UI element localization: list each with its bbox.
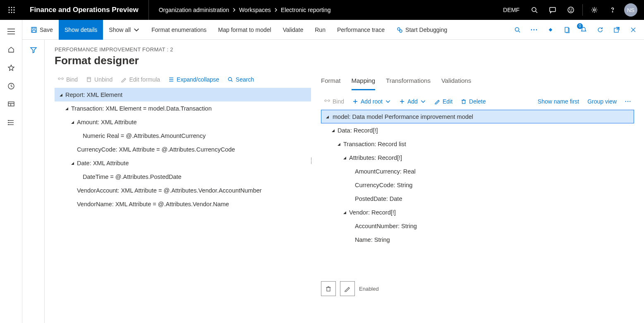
divider [582, 4, 583, 16]
expand-icon[interactable]: ◢ [335, 142, 342, 146]
search-button[interactable]: Search [224, 75, 257, 84]
close-icon[interactable] [625, 22, 642, 38]
app-launcher-icon[interactable] [3, 0, 20, 20]
tree-row[interactable]: ◢Amount: XML Attribute [55, 115, 311, 129]
home-icon[interactable] [1, 41, 21, 58]
show-details-button[interactable]: Show details [59, 20, 103, 40]
tree-label: Date: XML Attribute [76, 160, 129, 166]
tab-validations[interactable]: Validations [441, 75, 471, 90]
tree-row[interactable]: CurrencyCode: XML Attribute = @.Attribut… [55, 142, 311, 156]
svg-rect-21 [8, 102, 14, 106]
tree-row[interactable]: Name: String [321, 233, 634, 246]
tree-row[interactable]: PostedDate: Date [321, 192, 634, 205]
avatar[interactable]: NS [624, 3, 637, 17]
edit-bottom-button[interactable] [340, 281, 355, 296]
run-button[interactable]: Run [309, 20, 331, 40]
more-icon[interactable] [526, 22, 542, 38]
add-root-button[interactable]: Add root [349, 96, 394, 106]
expand-icon[interactable]: ◢ [329, 128, 337, 133]
attachment-icon[interactable] [559, 22, 575, 38]
tree-row[interactable]: ◢Transaction: XML Element = model.Data.T… [55, 101, 311, 115]
svg-point-1 [11, 7, 12, 8]
expand-icon[interactable]: ◢ [69, 161, 76, 165]
breadcrumb-item[interactable]: Workspaces [239, 7, 271, 13]
smiley-icon[interactable] [563, 0, 579, 20]
tree-row[interactable]: Numeric Real = @.Attributes.AmountCurren… [55, 129, 311, 142]
expand-icon[interactable]: ◢ [69, 120, 76, 124]
modules-icon[interactable] [1, 114, 21, 131]
tree-row[interactable]: AmountCurrency: Real [321, 164, 634, 178]
tree-row[interactable]: ◢Date: XML Attribute [55, 156, 311, 170]
start-debugging-button[interactable]: Start Debugging [390, 20, 453, 40]
search-icon[interactable] [526, 0, 543, 20]
filter-icon[interactable] [30, 46, 37, 323]
split-handle[interactable] [311, 157, 313, 164]
format-tree[interactable]: ◢Report: XML Element◢Transaction: XML El… [55, 88, 311, 211]
expand-icon[interactable]: ◢ [341, 156, 348, 160]
show-all-button[interactable]: Show all [103, 20, 146, 40]
validate-button[interactable]: Validate [277, 20, 309, 40]
mapping-tree[interactable]: ◢model: Data model Performance improveme… [321, 110, 634, 246]
workspace-icon[interactable] [1, 96, 21, 113]
tree-row[interactable]: ◢Attributes: Record[!] [321, 151, 634, 164]
diamond-icon[interactable] [542, 22, 559, 38]
svg-point-38 [534, 29, 535, 30]
tree-label: Name: String [354, 236, 390, 243]
refresh-icon[interactable] [592, 22, 608, 38]
right-tabs: Format Mapping Transformations Validatio… [321, 75, 634, 91]
map-format-button[interactable]: Map format to model [212, 20, 277, 40]
tree-row[interactable]: ◢Transaction: Record list [321, 137, 634, 151]
more-right-icon[interactable] [622, 97, 634, 106]
company-label[interactable]: DEMF [498, 7, 524, 13]
tree-row[interactable]: ◢model: Data model Performance improveme… [321, 110, 634, 123]
delete-button[interactable]: Delete [457, 96, 489, 106]
group-view-button[interactable]: Group view [584, 96, 620, 106]
expand-icon[interactable]: ◢ [63, 106, 70, 111]
chat-icon[interactable] [544, 0, 561, 20]
expand-collapse-button[interactable]: Expand/collapse [165, 75, 223, 84]
svg-rect-31 [33, 27, 35, 29]
tree-row[interactable]: CurrencyCode: String [321, 178, 634, 192]
format-enumerations-button[interactable]: Format enumerations [146, 20, 212, 40]
breadcrumb-item[interactable]: Organization administration [159, 7, 229, 13]
notifications-icon[interactable]: 0 [575, 22, 592, 38]
svg-line-36 [519, 31, 520, 32]
tree-row[interactable]: VendorAccount: XML Attribute = @.Attribu… [55, 183, 311, 197]
tree-label: CurrencyCode: String [354, 182, 412, 188]
expand-icon[interactable]: ◢ [57, 93, 65, 97]
tab-mapping[interactable]: Mapping [352, 75, 376, 90]
tab-format[interactable]: Format [321, 75, 341, 90]
tree-row[interactable]: ◢Vendor: Record[!] [321, 205, 634, 219]
hamburger-icon[interactable] [1, 23, 21, 40]
show-name-first-button[interactable]: Show name first [534, 96, 582, 106]
svg-point-27 [8, 121, 8, 121]
svg-point-61 [630, 101, 630, 102]
tree-row[interactable]: AccountNumber: String [321, 219, 634, 233]
tree-row[interactable]: VendorName: XML Attribute = @.Attributes… [55, 197, 311, 211]
svg-rect-32 [32, 30, 36, 32]
tree-label: Transaction: XML Element = model.Data.Tr… [70, 105, 212, 112]
tree-label: Numeric Real = @.Attributes.AmountCurren… [82, 133, 206, 139]
recent-icon[interactable] [1, 78, 21, 94]
tab-transformations[interactable]: Transformations [386, 75, 431, 90]
breadcrumb-item[interactable]: Electronic reporting [281, 7, 331, 13]
help-icon[interactable] [604, 0, 621, 20]
svg-point-13 [570, 9, 570, 9]
svg-point-7 [11, 12, 12, 13]
edit-button[interactable]: Edit [431, 96, 456, 106]
tree-row[interactable]: DateTime = @.Attributes.PostedDate [55, 170, 311, 183]
tree-row[interactable]: ◢Data: Record[!] [321, 123, 634, 137]
tree-label: DateTime = @.Attributes.PostedDate [82, 174, 182, 180]
star-icon[interactable] [1, 60, 21, 76]
svg-rect-45 [87, 77, 91, 82]
search-toolbar-icon[interactable] [509, 22, 526, 38]
delete-bottom-button[interactable] [321, 281, 336, 296]
gear-icon[interactable] [586, 0, 603, 20]
expand-icon[interactable]: ◢ [341, 210, 348, 215]
save-button[interactable]: Save [25, 20, 59, 40]
performance-trace-button[interactable]: Performance trace [331, 20, 390, 40]
expand-icon[interactable]: ◢ [323, 115, 331, 119]
popout-icon[interactable] [608, 22, 625, 38]
add-button[interactable]: Add [396, 96, 429, 106]
tree-row[interactable]: ◢Report: XML Element [55, 88, 311, 101]
